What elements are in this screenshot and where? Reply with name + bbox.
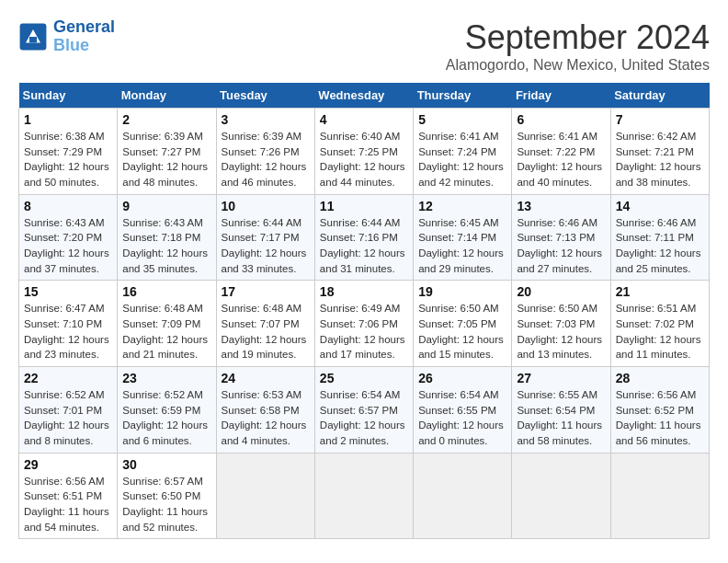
day-cell-21: 21Sunrise: 6:51 AM Sunset: 7:02 PM Dayli… — [610, 281, 709, 367]
day-cell-25: 25Sunrise: 6:54 AM Sunset: 6:57 PM Dayli… — [314, 367, 413, 454]
day-number: 21 — [616, 284, 704, 299]
week-row-2: 8Sunrise: 6:43 AM Sunset: 7:20 PM Daylig… — [19, 194, 710, 281]
logo-line2: Blue — [53, 37, 115, 55]
weekday-header-sunday: Sunday — [19, 83, 118, 109]
day-number: 14 — [616, 199, 704, 213]
day-info: Sunrise: 6:38 AM Sunset: 7:29 PM Dayligh… — [24, 129, 112, 190]
day-info: Sunrise: 6:45 AM Sunset: 7:14 PM Dayligh… — [418, 215, 506, 277]
day-number: 7 — [616, 112, 704, 127]
day-info: Sunrise: 6:52 AM Sunset: 6:59 PM Dayligh… — [122, 387, 210, 449]
day-info: Sunrise: 6:39 AM Sunset: 7:26 PM Dayligh… — [222, 129, 310, 190]
day-number: 18 — [320, 284, 408, 299]
day-cell-9: 9Sunrise: 6:43 AM Sunset: 7:18 PM Daylig… — [118, 194, 216, 281]
day-info: Sunrise: 6:56 AM Sunset: 6:52 PM Dayligh… — [616, 387, 704, 449]
day-info: Sunrise: 6:54 AM Sunset: 6:55 PM Dayligh… — [418, 387, 506, 449]
day-number: 15 — [24, 284, 112, 299]
day-info: Sunrise: 6:51 AM Sunset: 7:02 PM Dayligh… — [616, 301, 704, 362]
day-info: Sunrise: 6:47 AM Sunset: 7:10 PM Dayligh… — [24, 301, 112, 362]
weekday-header-wednesday: Wednesday — [314, 83, 413, 109]
calendar-table: SundayMondayTuesdayWednesdayThursdayFrid… — [18, 83, 710, 539]
day-info: Sunrise: 6:50 AM Sunset: 7:03 PM Dayligh… — [517, 301, 605, 362]
day-number: 11 — [320, 199, 408, 213]
day-info: Sunrise: 6:46 AM Sunset: 7:13 PM Dayligh… — [517, 215, 605, 277]
empty-cell — [216, 453, 314, 539]
day-number: 25 — [320, 371, 408, 385]
day-info: Sunrise: 6:43 AM Sunset: 7:20 PM Dayligh… — [24, 215, 112, 277]
day-cell-3: 3Sunrise: 6:39 AM Sunset: 7:26 PM Daylig… — [216, 109, 314, 195]
logo-icon — [18, 22, 48, 52]
week-row-5: 29Sunrise: 6:56 AM Sunset: 6:51 PM Dayli… — [19, 453, 710, 539]
day-number: 13 — [517, 199, 605, 213]
weekday-header-monday: Monday — [118, 83, 216, 109]
day-info: Sunrise: 6:49 AM Sunset: 7:06 PM Dayligh… — [320, 301, 408, 362]
day-info: Sunrise: 6:44 AM Sunset: 7:17 PM Dayligh… — [222, 215, 310, 277]
day-cell-8: 8Sunrise: 6:43 AM Sunset: 7:20 PM Daylig… — [19, 194, 118, 281]
day-number: 12 — [418, 199, 506, 213]
logo-line1: General — [53, 18, 115, 37]
day-cell-10: 10Sunrise: 6:44 AM Sunset: 7:17 PM Dayli… — [216, 194, 314, 281]
day-number: 3 — [222, 112, 310, 127]
day-number: 30 — [122, 457, 210, 472]
day-info: Sunrise: 6:41 AM Sunset: 7:24 PM Dayligh… — [418, 129, 506, 190]
empty-cell — [314, 453, 413, 539]
day-cell-6: 6Sunrise: 6:41 AM Sunset: 7:22 PM Daylig… — [512, 109, 610, 195]
day-cell-29: 29Sunrise: 6:56 AM Sunset: 6:51 PM Dayli… — [19, 453, 118, 539]
week-row-4: 22Sunrise: 6:52 AM Sunset: 7:01 PM Dayli… — [19, 367, 710, 454]
day-cell-23: 23Sunrise: 6:52 AM Sunset: 6:59 PM Dayli… — [118, 367, 216, 454]
week-row-1: 1Sunrise: 6:38 AM Sunset: 7:29 PM Daylig… — [19, 109, 710, 195]
day-number: 19 — [418, 284, 506, 299]
day-number: 26 — [418, 371, 506, 385]
day-info: Sunrise: 6:54 AM Sunset: 6:57 PM Dayligh… — [320, 387, 408, 449]
day-cell-22: 22Sunrise: 6:52 AM Sunset: 7:01 PM Dayli… — [19, 367, 118, 454]
day-number: 9 — [122, 199, 210, 213]
day-number: 20 — [517, 284, 605, 299]
day-number: 4 — [320, 112, 408, 127]
day-cell-12: 12Sunrise: 6:45 AM Sunset: 7:14 PM Dayli… — [414, 194, 512, 281]
svg-rect-2 — [29, 37, 37, 42]
empty-cell — [414, 453, 512, 539]
day-cell-14: 14Sunrise: 6:46 AM Sunset: 7:11 PM Dayli… — [610, 194, 709, 281]
day-cell-15: 15Sunrise: 6:47 AM Sunset: 7:10 PM Dayli… — [19, 281, 118, 367]
day-info: Sunrise: 6:43 AM Sunset: 7:18 PM Dayligh… — [122, 215, 210, 277]
day-cell-27: 27Sunrise: 6:55 AM Sunset: 6:54 PM Dayli… — [512, 367, 610, 454]
day-cell-20: 20Sunrise: 6:50 AM Sunset: 7:03 PM Dayli… — [512, 281, 610, 367]
header: General Blue September 2024 Alamogordo, … — [18, 18, 710, 74]
day-info: Sunrise: 6:41 AM Sunset: 7:22 PM Dayligh… — [517, 129, 605, 190]
day-number: 6 — [517, 112, 605, 127]
day-number: 8 — [24, 199, 112, 213]
month-title: September 2024 — [446, 18, 710, 57]
day-info: Sunrise: 6:48 AM Sunset: 7:07 PM Dayligh… — [222, 301, 310, 362]
day-info: Sunrise: 6:52 AM Sunset: 7:01 PM Dayligh… — [24, 387, 112, 449]
day-cell-2: 2Sunrise: 6:39 AM Sunset: 7:27 PM Daylig… — [118, 109, 216, 195]
day-info: Sunrise: 6:55 AM Sunset: 6:54 PM Dayligh… — [517, 387, 605, 449]
weekday-header-saturday: Saturday — [610, 83, 709, 109]
day-cell-24: 24Sunrise: 6:53 AM Sunset: 6:58 PM Dayli… — [216, 367, 314, 454]
weekday-header-thursday: Thursday — [414, 83, 512, 109]
logo: General Blue — [18, 18, 115, 55]
day-number: 28 — [616, 371, 704, 385]
day-number: 2 — [122, 112, 210, 127]
day-cell-5: 5Sunrise: 6:41 AM Sunset: 7:24 PM Daylig… — [414, 109, 512, 195]
day-info: Sunrise: 6:39 AM Sunset: 7:27 PM Dayligh… — [122, 129, 210, 190]
calendar-body: 1Sunrise: 6:38 AM Sunset: 7:29 PM Daylig… — [19, 109, 710, 539]
empty-cell — [610, 453, 709, 539]
day-cell-4: 4Sunrise: 6:40 AM Sunset: 7:25 PM Daylig… — [314, 109, 413, 195]
weekday-header-tuesday: Tuesday — [216, 83, 314, 109]
day-cell-19: 19Sunrise: 6:50 AM Sunset: 7:05 PM Dayli… — [414, 281, 512, 367]
day-info: Sunrise: 6:53 AM Sunset: 6:58 PM Dayligh… — [222, 387, 310, 449]
title-area: September 2024 Alamogordo, New Mexico, U… — [446, 18, 710, 74]
day-info: Sunrise: 6:50 AM Sunset: 7:05 PM Dayligh… — [418, 301, 506, 362]
location: Alamogordo, New Mexico, United States — [446, 57, 710, 74]
day-cell-7: 7Sunrise: 6:42 AM Sunset: 7:21 PM Daylig… — [610, 109, 709, 195]
day-cell-16: 16Sunrise: 6:48 AM Sunset: 7:09 PM Dayli… — [118, 281, 216, 367]
day-cell-13: 13Sunrise: 6:46 AM Sunset: 7:13 PM Dayli… — [512, 194, 610, 281]
day-number: 22 — [24, 371, 112, 385]
day-info: Sunrise: 6:48 AM Sunset: 7:09 PM Dayligh… — [122, 301, 210, 362]
day-info: Sunrise: 6:56 AM Sunset: 6:51 PM Dayligh… — [24, 474, 112, 535]
day-cell-26: 26Sunrise: 6:54 AM Sunset: 6:55 PM Dayli… — [414, 367, 512, 454]
weekday-header-row: SundayMondayTuesdayWednesdayThursdayFrid… — [19, 83, 710, 109]
empty-cell — [512, 453, 610, 539]
day-info: Sunrise: 6:44 AM Sunset: 7:16 PM Dayligh… — [320, 215, 408, 277]
day-cell-18: 18Sunrise: 6:49 AM Sunset: 7:06 PM Dayli… — [314, 281, 413, 367]
day-number: 24 — [222, 371, 310, 385]
